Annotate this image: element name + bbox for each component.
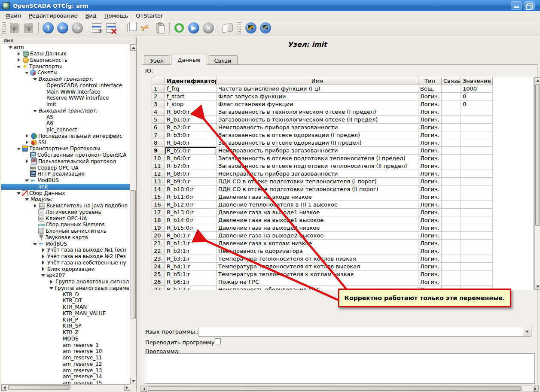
tree-item-arm[interactable]: arm [1,44,130,51]
expander-open-icon[interactable] [25,72,29,76]
tree-item-группа-аналоговых-параме[interactable]: Группа аналоговых параме [1,285,130,292]
link-cell[interactable] [442,240,461,247]
value-cell[interactable] [461,155,493,162]
row-number[interactable]: 3 [152,100,165,108]
row-number[interactable]: 9 [152,147,165,155]
column-header-Имя[interactable]: Имя [217,77,418,85]
tree-item-сервер-opc-ua[interactable]: opcСервер OPC-UA [1,164,130,171]
identifier-cell[interactable]: R_b12:0:r [165,201,217,209]
type-cell[interactable]: Логич. [418,240,442,247]
refresh-button[interactable] [172,21,186,35]
tree-item-am_reserve_11[interactable]: am_reserve_11 [1,355,130,361]
type-cell[interactable]: Логич. [418,216,442,224]
combobox-dropdown-button[interactable] [523,327,531,336]
tree-item-клиент-opc-ua[interactable]: opcКлиент OPC-UA [1,215,130,222]
row-number[interactable]: 21 [152,240,165,247]
type-cell[interactable]: Логич. [418,116,442,124]
name-cell[interactable]: Неисправность одоризатора [217,247,418,255]
cut-item-button[interactable]: ✂ [138,21,152,35]
expander-closed-icon[interactable] [42,255,46,258]
expander-closed-icon[interactable] [50,280,54,284]
tree-item-сбор-данных-siemens[interactable]: SIEMСбор данных Siemens [1,222,130,228]
type-cell[interactable]: Логич. [418,247,442,255]
expander-closed-icon[interactable] [18,52,21,56]
row-number[interactable]: 5 [152,116,165,124]
row-number[interactable]: 2 [152,93,165,100]
value-cell[interactable] [461,108,493,116]
identifier-cell[interactable]: f_start [165,93,217,100]
value-cell[interactable] [461,263,493,270]
io-table-vertical-scrollbar[interactable] [534,77,540,290]
type-cell[interactable]: Логич. [418,278,442,286]
name-cell[interactable]: Загазованность в технологическом отсеке … [217,108,418,116]
link-cell[interactable] [442,155,461,162]
row-number[interactable]: 25 [152,270,165,278]
maximize-button[interactable] [524,1,535,10]
type-cell[interactable]: Логич. [418,193,442,201]
minimize-button[interactable] [511,1,522,10]
value-cell[interactable] [461,270,493,278]
type-cell[interactable]: Логич. [418,139,442,147]
tab-dannye[interactable]: Данные [171,54,207,65]
identifier-cell[interactable]: R_b1:1:r [165,240,217,247]
tree-item-plc_connect[interactable]: plc_connect [1,127,130,133]
tab-uzel[interactable]: Узел [144,55,170,65]
link-cell[interactable] [442,263,461,270]
row-number[interactable]: 17 [152,209,165,216]
expander-closed-icon[interactable] [26,134,30,138]
delete-item-button[interactable]: × [104,21,118,35]
identifier-cell[interactable]: R_b14:0:r [165,216,217,224]
type-cell[interactable]: Логич. [418,224,442,232]
name-cell[interactable]: Давление газа на выходе2 низкое [217,224,418,232]
link-cell[interactable] [442,131,461,139]
toolbar-handle[interactable] [2,22,6,33]
link-cell[interactable] [442,124,461,131]
row-number[interactable]: 4 [152,108,165,116]
value-cell[interactable] [461,147,493,155]
value-cell[interactable]: 0 [461,100,493,108]
tree-item-ktr_d[interactable]: KTR_D [1,291,130,298]
tree-item-am_reserve_15[interactable]: am_reserve_15 [1,380,130,384]
expander-open-icon[interactable] [33,110,37,114]
value-cell[interactable]: 1000 [461,85,493,93]
identifier-cell[interactable]: R_b4:1:r [165,263,217,270]
expander-open-icon[interactable] [49,287,53,291]
link-cell[interactable] [442,193,461,201]
identifier-cell[interactable]: R_b15:0:r [165,224,217,232]
expander-closed-icon[interactable] [26,140,30,144]
type-cell[interactable]: Логич. [418,270,442,278]
tree-item-вычислитель-на-java-подобно[interactable]: Вычислитель на java подобно [1,203,130,209]
identifier-cell[interactable]: R_b11:0:r [165,193,217,201]
row-number[interactable]: 22 [152,247,165,255]
qtstarter-tools-button[interactable] [259,21,272,35]
link-cell[interactable] [442,270,461,278]
link-cell[interactable] [442,100,461,108]
name-cell[interactable]: Температура теплоносителя от котлов высо… [217,263,418,270]
row-number[interactable]: 18 [152,216,165,224]
manual-button[interactable] [221,21,235,35]
name-cell[interactable]: Загазованность в технологическом отсеке … [217,116,418,124]
type-cell[interactable]: Вещ. [418,85,442,93]
value-cell[interactable] [461,224,493,232]
paste-item-button[interactable] [153,21,167,35]
tree-item-выходной-транспорт-[interactable]: Выходной транспорт: [1,108,130,114]
tree-vscroll-thumb[interactable] [131,190,136,319]
name-cell[interactable]: Загазованность в отсеке подготовки тепло… [217,155,418,162]
main-hscroll-thumb[interactable] [148,386,522,391]
identifier-cell[interactable]: R_b8:0:r [165,170,217,178]
row-number[interactable]: 15 [152,193,165,201]
name-cell[interactable]: Загазованность в отсеке одоризации (I пр… [217,131,418,139]
column-header-Идентификатор[interactable]: Идентификатор [165,77,217,85]
tree-item-modbus[interactable]: ←ModBUS [1,177,130,184]
row-number[interactable]: 19 [152,224,165,232]
identifier-cell[interactable]: R_b2:0:r [165,124,217,131]
value-cell[interactable] [461,162,493,170]
tree-item-am_reserve_12[interactable]: am_reserve_12 [1,361,130,368]
value-cell[interactable] [461,232,493,240]
expander-open-icon[interactable] [17,66,21,70]
value-cell[interactable] [461,185,493,193]
tree-item-reserve-www-interface[interactable]: Reserve WWW-interface [1,95,130,101]
expander-open-icon[interactable] [33,78,37,82]
expander-open-icon[interactable] [17,192,21,196]
tree-item-ktr_p[interactable]: KTR_P [1,316,130,323]
